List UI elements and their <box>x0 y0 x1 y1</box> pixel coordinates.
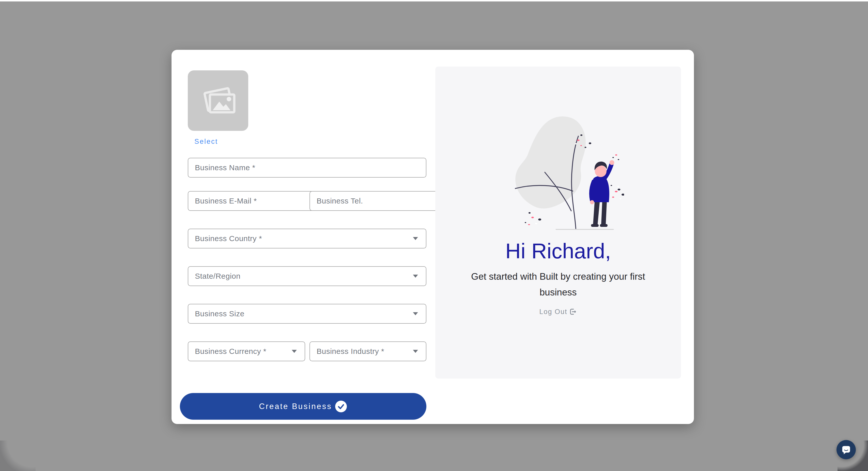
business-industry-select-label: Business Industry * <box>317 347 384 356</box>
welcome-panel: Hi Richard, Get started with Built by cr… <box>435 67 681 379</box>
welcome-illustration <box>492 112 624 234</box>
welcome-title: Hi Richard, <box>435 239 681 263</box>
state-region-select-label: State/Region <box>195 272 240 280</box>
chat-bubble-icon <box>841 444 852 455</box>
business-country-select[interactable]: Business Country * <box>188 229 426 248</box>
business-currency-select[interactable]: Business Currency * <box>188 341 305 361</box>
business-industry-select[interactable]: Business Industry * <box>309 341 426 361</box>
welcome-subtitle-line2: business <box>435 285 681 300</box>
chat-launcher-button[interactable] <box>836 440 856 459</box>
window-corner-shadow-left <box>0 441 36 471</box>
welcome-subtitle: Get started with Built by creating your … <box>435 269 681 300</box>
business-currency-select-label: Business Currency * <box>195 347 266 356</box>
business-logo-placeholder[interactable] <box>188 70 248 131</box>
caret-down-icon <box>413 350 418 353</box>
caret-down-icon <box>413 237 418 240</box>
business-country-select-label: Business Country * <box>195 234 262 243</box>
screen: Select Business Country * State/Region B… <box>0 0 868 471</box>
photo-stack-icon <box>199 85 237 116</box>
log-out-button[interactable]: Log Out <box>435 307 681 316</box>
business-name-input[interactable] <box>188 158 426 178</box>
welcome-subtitle-line1: Get started with Built by creating your … <box>435 269 681 285</box>
caret-down-icon <box>413 274 418 278</box>
caret-down-icon <box>291 350 297 353</box>
log-out-label: Log Out <box>539 308 567 316</box>
create-business-button[interactable]: Create Business <box>180 393 426 420</box>
logout-icon <box>568 307 577 316</box>
create-business-card: Select Business Country * State/Region B… <box>172 50 694 424</box>
logo-select-button[interactable]: Select <box>194 138 218 146</box>
check-circle-icon <box>335 400 347 413</box>
caret-down-icon <box>413 312 418 316</box>
create-business-button-label: Create Business <box>259 402 332 411</box>
state-region-select[interactable]: State/Region <box>188 266 426 286</box>
business-size-select[interactable]: Business Size <box>188 304 426 324</box>
top-strip <box>0 0 868 2</box>
business-size-select-label: Business Size <box>195 309 244 318</box>
